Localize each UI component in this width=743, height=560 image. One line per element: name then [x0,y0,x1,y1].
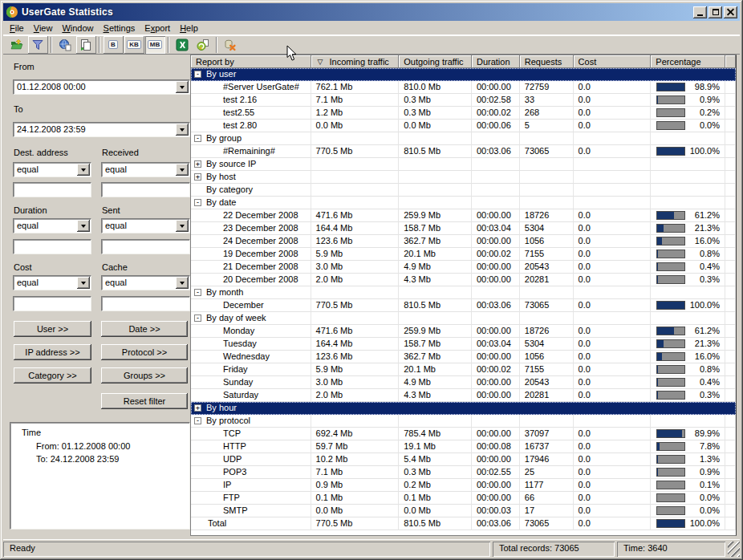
table-row[interactable]: -By protocol [191,415,736,428]
column-header-incoming-traffic[interactable]: ▽Incoming traffic [311,55,400,68]
table-row[interactable]: Friday5.9 Mb20.1 Mb00:00.0271550.00.8% [191,363,736,376]
combo-arrow-icon[interactable] [77,164,90,176]
table-row[interactable]: test 2.167.1 Mb0.3 Mb00:02.58330.00.9% [191,94,736,107]
collapse-toggle-icon[interactable]: - [194,289,201,296]
close-button[interactable] [724,6,737,18]
cost-input[interactable] [13,296,91,311]
sent-input[interactable] [101,239,190,254]
table-row[interactable]: +By host [191,171,736,184]
table-row[interactable]: Monday471.6 Mb259.9 Mb00:00.00187260.061… [191,325,736,338]
units-bytes-button[interactable]: B [104,36,124,54]
dest-address-op-combo[interactable]: equal [13,162,91,177]
traffic-view-button[interactable] [55,36,75,54]
table-row[interactable]: +By hour [191,402,736,415]
received-op-combo[interactable]: equal [101,162,190,177]
groups-filter-button[interactable]: Groups >> [101,367,188,383]
menu-export[interactable]: Export [140,22,175,34]
table-row[interactable]: test 2.800.0 Mb0.0 Mb00:00.0650.00.0% [191,120,736,132]
expand-toggle-icon[interactable]: + [194,404,201,412]
table-row[interactable]: #Remaining#770.5 Mb810.5 Mb00:03.0673065… [191,145,736,158]
date-filter-button[interactable]: Date >> [101,321,188,337]
title-bar[interactable]: UserGate Statistics [3,3,740,21]
column-header-requests[interactable]: Requests [520,55,574,68]
user-filter-button[interactable]: User >> [14,321,91,337]
column-header-cost[interactable]: Cost [574,55,652,68]
resize-grip[interactable] [728,542,740,557]
column-header-empty[interactable] [725,55,736,68]
table-row[interactable]: Saturday2.0 Mb4.3 Mb00:00.00202810.00.3% [191,389,736,402]
received-input[interactable] [101,182,190,197]
protocol-filter-button[interactable]: Protocol >> [101,344,188,360]
cost-op-combo[interactable]: equal [13,275,91,290]
menu-help[interactable]: Help [175,22,203,34]
table-row[interactable]: -By day of week [191,312,736,325]
table-row[interactable]: +By source IP [191,158,736,171]
table-row[interactable]: By category [191,184,736,197]
table-row[interactable]: December770.5 Mb810.5 Mb00:03.06730650.0… [191,299,736,312]
table-row[interactable]: HTTP59.7 Mb19.1 Mb00:00.08167370.07.8% [191,440,736,453]
table-row[interactable]: Total770.5 Mb810.5 Mb00:03.06730650.0100… [191,517,736,530]
table-row[interactable]: TCP692.4 Mb785.4 Mb00:00.00370970.089.9% [191,428,736,440]
cache-input[interactable] [101,296,190,311]
cache-op-combo[interactable]: equal [101,275,190,290]
collapse-toggle-icon[interactable]: - [194,199,201,206]
collapse-toggle-icon[interactable]: - [194,314,201,322]
column-header-duration[interactable]: Duration [472,55,520,68]
menu-file[interactable]: File [5,22,29,34]
table-row[interactable]: POP37.1 Mb0.3 Mb00:02.55250.00.9% [191,466,736,479]
open-report-button[interactable] [7,36,27,54]
dest-address-input[interactable] [13,182,91,197]
duration-op-combo[interactable]: equal [13,218,91,233]
table-row[interactable]: test2.551.2 Mb0.3 Mb00:00.022680.00.2% [191,107,736,120]
filter-button[interactable] [28,36,48,54]
column-header-percentage[interactable]: Percentage [651,55,725,68]
reset-filter-button[interactable]: Reset filter [101,393,188,409]
table-row[interactable]: 23 December 2008164.4 Mb158.7 Mb00:03.04… [191,222,736,235]
table-row[interactable]: Tuesday164.4 Mb158.7 Mb00:03.0453040.021… [191,338,736,351]
ip-address-filter-button[interactable]: IP address >> [14,344,91,360]
table-row[interactable]: #Server UserGate#762.1 Mb810.0 Mb00:00.0… [191,81,736,94]
units-kilobytes-button[interactable]: KB [124,36,144,54]
export-excel-button[interactable] [173,36,193,54]
expand-toggle-icon[interactable]: + [194,160,201,168]
table-row[interactable]: -By user [191,68,736,81]
menu-view[interactable]: View [29,22,58,34]
table-row[interactable]: 20 December 20082.0 Mb4.3 Mb00:00.002028… [191,274,736,286]
table-row[interactable]: Wednesday123.6 Mb362.7 Mb00:00.0010560.0… [191,351,736,363]
table-row[interactable]: SMTP0.0 Mb0.0 Mb00:00.03170.00.0% [191,505,736,517]
delete-button[interactable] [221,36,241,54]
table-row[interactable]: -By group [191,132,736,145]
combo-arrow-icon[interactable] [176,164,189,176]
from-date-combo[interactable]: 01.12.2008 00:00 [13,79,190,95]
combo-arrow-icon[interactable] [77,277,90,289]
table-row[interactable]: 21 December 20083.0 Mb4.9 Mb00:00.002054… [191,261,736,274]
column-header-outgoing-traffic[interactable]: Outgoing traffic [399,55,472,68]
combo-arrow-icon[interactable] [176,124,189,136]
table-row[interactable]: -By date [191,197,736,209]
menu-window[interactable]: Window [57,22,98,34]
combo-arrow-icon[interactable] [176,220,189,232]
collapse-toggle-icon[interactable]: - [194,135,201,142]
combo-arrow-icon[interactable] [77,220,90,232]
table-row[interactable]: FTP0.1 Mb0.1 Mb00:00.00660.00.0% [191,492,736,505]
table-row[interactable]: 19 December 20085.9 Mb20.1 Mb00:00.02715… [191,248,736,261]
to-date-combo[interactable]: 24.12.2008 23:59 [13,122,190,137]
table-row[interactable]: -By month [191,286,736,299]
column-header-report-by[interactable]: Report by [191,55,311,68]
maximize-button[interactable] [708,6,722,18]
table-row[interactable]: IP0.9 Mb0.2 Mb00:00.0011770.00.1% [191,479,736,492]
table-row[interactable]: 22 December 2008471.6 Mb259.9 Mb00:00.00… [191,209,736,222]
table-row[interactable]: UDP10.2 Mb5.4 Mb00:00.00179460.01.3% [191,453,736,466]
copy-view-button[interactable] [76,36,96,54]
sent-op-combo[interactable]: equal [101,218,190,233]
collapse-toggle-icon[interactable]: - [194,71,201,78]
table-row[interactable]: Sunday3.0 Mb4.9 Mb00:00.00205430.00.4% [191,376,736,389]
table-row[interactable]: 24 December 2008123.6 Mb362.7 Mb00:00.00… [191,235,736,248]
menu-settings[interactable]: Settings [99,22,140,34]
refresh-button[interactable] [193,36,213,54]
units-megabytes-button[interactable]: MB [145,36,165,54]
minimize-button[interactable] [693,6,707,18]
combo-arrow-icon[interactable] [176,81,189,93]
category-filter-button[interactable]: Category >> [14,367,91,383]
collapse-toggle-icon[interactable]: - [194,417,201,424]
